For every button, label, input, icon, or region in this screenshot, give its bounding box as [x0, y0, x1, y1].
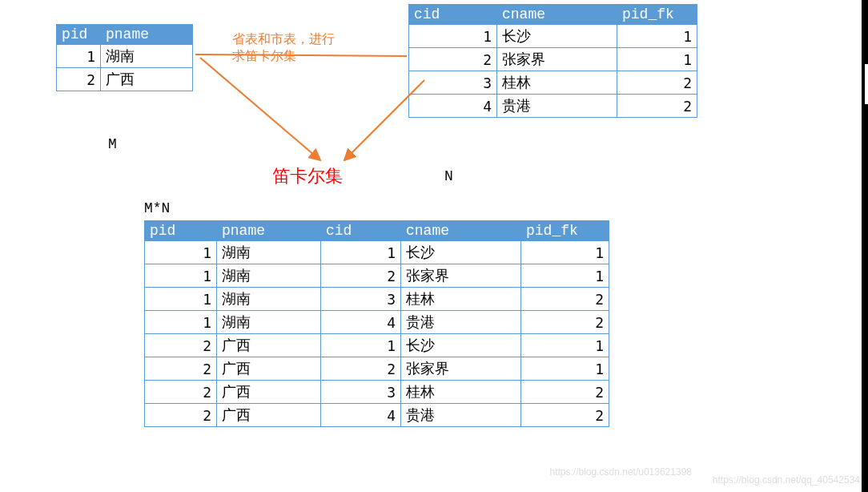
- cell-pid_fk: 1: [521, 264, 609, 288]
- col-pidfk: pid_fk: [617, 5, 697, 25]
- province-body: 1 湖南 2 广西: [57, 45, 193, 91]
- cell-pid: 1: [145, 311, 217, 334]
- province-table: pid pname 1 湖南 2 广西: [56, 24, 193, 91]
- cell-cid: 4: [321, 404, 401, 427]
- table-row: 1 湖南: [57, 45, 193, 68]
- cell-cname: 贵港: [401, 311, 521, 334]
- cell-cname: 张家界: [401, 264, 521, 288]
- col-cid: cid: [409, 5, 497, 25]
- watermark-1: https://blog.csdn.net/u013621398: [550, 466, 692, 478]
- cell-cname: 长沙: [401, 241, 521, 264]
- cell-cname: 张家界: [401, 357, 521, 381]
- watermark-2: https://blog.csdn.net/qq_40542534: [713, 474, 860, 486]
- cell-pid_fk: 2: [521, 381, 609, 404]
- table-row: 3 桂林 2: [409, 71, 697, 95]
- n-label: N: [444, 168, 453, 184]
- table-row: 1湖南4贵港2: [145, 311, 609, 334]
- table-row: 4 贵港 2: [409, 95, 697, 118]
- cell-pname: 广西: [217, 404, 321, 427]
- cell-pname: 湖南: [217, 264, 321, 288]
- col-cname: cname: [401, 221, 521, 241]
- table-row: 2 广西: [57, 68, 193, 91]
- cell-pid_fk: 2: [521, 288, 609, 311]
- col-pname: pname: [101, 25, 193, 45]
- col-cid: cid: [321, 221, 401, 241]
- cell-pname: 湖南: [217, 288, 321, 311]
- mn-label: M*N: [144, 200, 170, 216]
- cell-cname: 长沙: [401, 334, 521, 357]
- cell-pid: 2: [145, 334, 217, 357]
- cell-pid: 1: [145, 241, 217, 264]
- cell-cname: 贵港: [401, 404, 521, 427]
- result-body: 1湖南1长沙11湖南2张家界11湖南3桂林21湖南4贵港22广西1长沙12广西2…: [145, 241, 609, 427]
- table-row: 2广西1长沙1: [145, 334, 609, 357]
- cell-pid_fk: 2: [521, 404, 609, 427]
- arrow-left-down: [200, 58, 320, 160]
- cell-cid: 1: [321, 334, 401, 357]
- cell-cid: 1: [321, 241, 401, 264]
- col-pname: pname: [217, 221, 321, 241]
- table-row: 1 长沙 1: [409, 25, 697, 48]
- cartesian-result-table: pid pname cid cname pid_fk 1湖南1长沙11湖南2张家…: [144, 220, 609, 427]
- cell-pid_fk: 1: [521, 334, 609, 357]
- cell-pname: 广西: [217, 334, 321, 357]
- cell-pid: 2: [145, 404, 217, 427]
- table-row: 2 张家界 1: [409, 48, 697, 71]
- col-pidfk: pid_fk: [521, 221, 609, 241]
- col-pid: pid: [145, 221, 217, 241]
- cell-cname: 桂林: [401, 288, 521, 311]
- annotation-text: 省表和市表，进行 求笛卡尔集: [232, 32, 335, 66]
- cartesian-label: 笛卡尔集: [272, 164, 343, 188]
- cell-pid_fk: 2: [521, 311, 609, 334]
- cell-cid: 4: [321, 311, 401, 334]
- cell-pname: 湖南: [217, 311, 321, 334]
- city-table: cid cname pid_fk 1 长沙 1 2 张家界 1 3 桂林 2 4…: [408, 4, 697, 118]
- table-row: 2广西4贵港2: [145, 404, 609, 427]
- table-row: 1湖南3桂林2: [145, 288, 609, 311]
- cell-pid_fk: 1: [521, 241, 609, 264]
- cell-cid: 2: [321, 357, 401, 381]
- cell-pid: 2: [145, 357, 217, 381]
- cell-cid: 3: [321, 381, 401, 404]
- m-label: M: [108, 136, 117, 152]
- cell-pname: 广西: [217, 381, 321, 404]
- table-row: 1湖南1长沙1: [145, 241, 609, 264]
- cell-cid: 2: [321, 264, 401, 288]
- col-cname: cname: [497, 5, 617, 25]
- cell-pname: 广西: [217, 357, 321, 381]
- cell-pid: 2: [145, 381, 217, 404]
- cell-pname: 湖南: [217, 241, 321, 264]
- right-scrollbar: [862, 0, 868, 492]
- col-pid: pid: [57, 25, 101, 45]
- cell-cname: 桂林: [401, 381, 521, 404]
- city-body: 1 长沙 1 2 张家界 1 3 桂林 2 4 贵港 2: [409, 25, 697, 118]
- table-row: 2广西2张家界1: [145, 357, 609, 381]
- cell-pid: 1: [145, 288, 217, 311]
- table-row: 1湖南2张家界1: [145, 264, 609, 288]
- cell-cid: 3: [321, 288, 401, 311]
- cell-pid: 1: [145, 264, 217, 288]
- cell-pid_fk: 1: [521, 357, 609, 381]
- table-row: 2广西3桂林2: [145, 381, 609, 404]
